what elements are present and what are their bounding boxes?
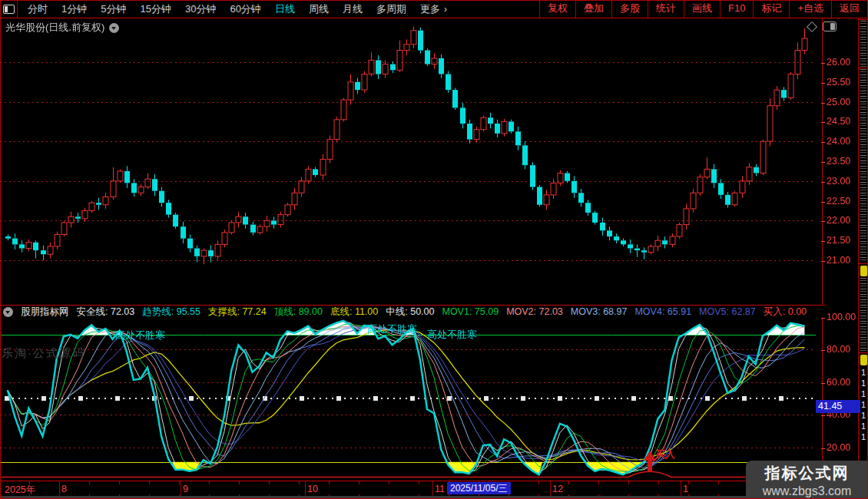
indicator-scale-label: 60.00 bbox=[827, 377, 860, 388]
period-tab-分时[interactable]: 分时 bbox=[21, 1, 55, 18]
period-tab-5分钟[interactable]: 5分钟 bbox=[94, 1, 133, 18]
price-label: 25.50 bbox=[827, 77, 860, 88]
watermark-url: www.zbgs3.com bbox=[746, 484, 868, 498]
cursor-date-tag: 2025/11/05/三 bbox=[447, 482, 511, 494]
strip-badge bbox=[860, 355, 867, 365]
period-tab-更多[interactable]: 更多 bbox=[413, 1, 447, 18]
toolbar-button-叠加[interactable]: 叠加 bbox=[576, 0, 612, 18]
strip-digit: 1 bbox=[859, 378, 868, 388]
indicator-field-底线: 底线: 11.00 bbox=[330, 306, 378, 319]
indicator-field-MOV2: MOV2: 72.03 bbox=[506, 306, 563, 317]
indicator-field-MOV5: MOV5: 62.87 bbox=[699, 306, 756, 317]
period-tab-60分钟[interactable]: 60分钟 bbox=[223, 1, 267, 18]
indicator-field-MOV1: MOV1: 75.09 bbox=[442, 306, 499, 317]
period-tab-日线[interactable]: 日线 bbox=[268, 1, 302, 18]
indicator-field-趋势线: 趋势线: 95.55 bbox=[142, 306, 200, 319]
chart-title: 光华股份(日线.前复权) bbox=[5, 21, 104, 35]
indicator-chart-canvas[interactable] bbox=[0, 305, 822, 481]
month-label-11: 11 bbox=[435, 484, 445, 494]
indicator-field-MOV3: MOV3: 68.97 bbox=[571, 306, 628, 317]
chart-corner-icons bbox=[808, 21, 837, 31]
diamond-icon[interactable] bbox=[807, 21, 817, 31]
indicator-field-中线: 中线: 50.00 bbox=[386, 306, 434, 319]
indicator-field-买入: 买入: 0.00 bbox=[764, 306, 807, 319]
indicator-field-顶线: 顶线: 89.00 bbox=[274, 306, 323, 319]
month-separator bbox=[59, 481, 60, 497]
month-separator bbox=[432, 481, 433, 497]
chart-title-row: 光华股份(日线.前复权) bbox=[5, 21, 119, 35]
indicator-source: 股朋指标网 bbox=[21, 306, 69, 319]
price-label: 24.00 bbox=[827, 136, 860, 147]
price-label: 25.00 bbox=[827, 97, 860, 107]
strip-separator bbox=[859, 263, 868, 264]
indicator-chevron-icon[interactable] bbox=[3, 307, 13, 317]
period-tab-15分钟[interactable]: 15分钟 bbox=[133, 1, 177, 18]
month-label-12: 12 bbox=[552, 484, 563, 494]
indicator-scale-label: 20.00 bbox=[827, 442, 860, 453]
month-label-10: 10 bbox=[307, 484, 318, 494]
right-side-strip: 1111111 bbox=[859, 0, 868, 499]
bottom-status-strip bbox=[0, 496, 868, 499]
year-label: 2025年 bbox=[5, 484, 35, 497]
period-tab-月线[interactable]: 月线 bbox=[336, 1, 369, 18]
strip-vertical-text bbox=[860, 69, 866, 263]
strip-digit: 1 bbox=[859, 421, 868, 431]
toolbar-button-标记[interactable]: 标记 bbox=[754, 0, 790, 18]
period-tabs: 分时1分钟5分钟15分钟30分钟60分钟日线周线月线多周期更多› bbox=[18, 0, 447, 18]
indicator-scale-label: 100.00 bbox=[827, 312, 860, 322]
price-label: 22.00 bbox=[827, 215, 860, 226]
sidebar-toggle-button[interactable] bbox=[0, 0, 18, 18]
strip-digit: 1 bbox=[859, 367, 868, 378]
indicator-header: 股朋指标网 安全线: 72.03趋势线: 95.55支撑线: 77.24顶线: … bbox=[0, 305, 825, 318]
axis-separator-line bbox=[822, 18, 823, 496]
price-label: 24.50 bbox=[827, 116, 860, 127]
toolbar-actions: 复权叠加多股统计画线F10标记+自选返回 bbox=[539, 0, 868, 18]
month-separator bbox=[550, 481, 551, 497]
top-toolbar: 分时1分钟5分钟15分钟30分钟60分钟日线周线月线多周期更多› 复权叠加多股统… bbox=[0, 0, 868, 18]
indicator-value-tag: 41.45 bbox=[816, 400, 860, 413]
strip-separator bbox=[859, 68, 868, 68]
strip-badge bbox=[860, 266, 867, 276]
price-label: 26.00 bbox=[827, 57, 860, 68]
toolbar-button-复权[interactable]: 复权 bbox=[540, 0, 576, 18]
strip-digit: 1 bbox=[859, 388, 868, 399]
period-tab-30分钟[interactable]: 30分钟 bbox=[178, 1, 223, 18]
site-watermark: 指标公式网 www.zbgs3.com bbox=[746, 461, 868, 499]
toolbar-button-+自选[interactable]: +自选 bbox=[790, 0, 832, 18]
toolbar-button-画线[interactable]: 画线 bbox=[684, 0, 721, 18]
indicator-field-安全线: 安全线: 72.03 bbox=[77, 306, 135, 319]
chevron-right-icon: › bbox=[444, 4, 447, 15]
toolbar-button-F10[interactable]: F10 bbox=[721, 0, 754, 18]
panel-layout-icon[interactable] bbox=[823, 21, 837, 31]
month-label-1: 1 bbox=[683, 484, 688, 494]
indicator-field-支撑线: 支撑线: 77.24 bbox=[208, 306, 267, 319]
period-tab-周线[interactable]: 周线 bbox=[302, 1, 336, 18]
chevron-down-icon[interactable] bbox=[109, 23, 119, 33]
candlestick-chart-canvas[interactable] bbox=[0, 18, 822, 304]
price-label: 22.50 bbox=[827, 196, 860, 207]
month-label-8: 8 bbox=[61, 484, 67, 494]
month-separator bbox=[681, 481, 681, 497]
date-axis: 2025年 2025/11/05/三 891011121 bbox=[0, 481, 868, 497]
week-ticks-top bbox=[0, 481, 814, 484]
toolbar-button-多股[interactable]: 多股 bbox=[612, 0, 648, 18]
indicator-field-MOV4: MOV4: 65.91 bbox=[634, 306, 691, 317]
strip-vertical-text bbox=[860, 21, 866, 67]
period-tab-多周期[interactable]: 多周期 bbox=[369, 1, 413, 18]
toolbar-button-返回[interactable]: 返回 bbox=[832, 0, 868, 18]
month-separator bbox=[305, 481, 306, 497]
price-label: 21.50 bbox=[827, 235, 860, 246]
toolbar-button-统计[interactable]: 统计 bbox=[648, 0, 684, 18]
period-tab-1分钟[interactable]: 1分钟 bbox=[55, 1, 94, 18]
strip-separator bbox=[859, 352, 868, 353]
price-label: 23.50 bbox=[827, 156, 860, 167]
indicator-scale-label: 80.00 bbox=[827, 344, 860, 355]
watermark-title: 指标公式网 bbox=[746, 463, 868, 484]
price-label: 21.00 bbox=[827, 255, 860, 266]
price-label: 23.00 bbox=[827, 176, 860, 187]
strip-digit: 1 bbox=[859, 431, 868, 442]
month-label-9: 9 bbox=[183, 484, 188, 494]
strip-separator bbox=[859, 19, 868, 20]
month-separator bbox=[181, 481, 181, 497]
strip-vertical-text bbox=[860, 278, 866, 352]
